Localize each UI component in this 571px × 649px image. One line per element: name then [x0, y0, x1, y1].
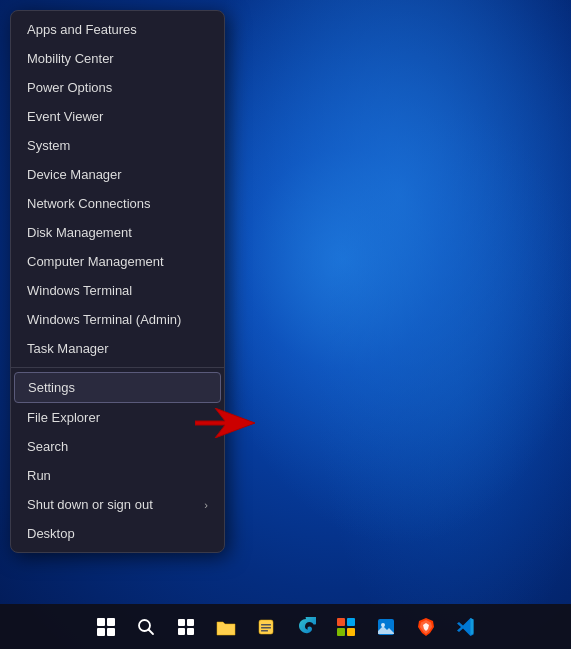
- svg-rect-9: [261, 627, 271, 629]
- menu-item-label: Mobility Center: [27, 51, 114, 66]
- vscode-icon: [456, 617, 476, 637]
- photos-button[interactable]: [368, 609, 404, 645]
- menu-item-task-manager[interactable]: Task Manager: [11, 334, 224, 363]
- menu-item-device-manager[interactable]: Device Manager: [11, 160, 224, 189]
- menu-divider: [11, 367, 224, 368]
- menu-item-label: System: [27, 138, 70, 153]
- submenu-arrow-icon: ›: [204, 499, 208, 511]
- svg-rect-14: [347, 628, 355, 636]
- brave-button[interactable]: [408, 609, 444, 645]
- menu-item-label: Settings: [28, 380, 75, 395]
- vscode-button[interactable]: [448, 609, 484, 645]
- menu-item-event-viewer[interactable]: Event Viewer: [11, 102, 224, 131]
- svg-rect-6: [187, 628, 194, 635]
- brave-icon: [416, 617, 436, 637]
- task-view-button[interactable]: [168, 609, 204, 645]
- menu-item-label: Power Options: [27, 80, 112, 95]
- menu-item-label: Task Manager: [27, 341, 109, 356]
- edge-button[interactable]: [288, 609, 324, 645]
- svg-rect-3: [178, 619, 185, 626]
- menu-item-label: File Explorer: [27, 410, 100, 425]
- file-explorer-button[interactable]: [208, 609, 244, 645]
- svg-line-2: [148, 629, 153, 634]
- svg-rect-10: [261, 630, 268, 632]
- desktop: Apps and FeaturesMobility CenterPower Op…: [0, 0, 571, 649]
- menu-item-label: Disk Management: [27, 225, 132, 240]
- menu-item-label: Search: [27, 439, 68, 454]
- menu-item-label: Event Viewer: [27, 109, 103, 124]
- menu-item-search[interactable]: Search: [11, 432, 224, 461]
- taskbar: [0, 604, 571, 649]
- store-button[interactable]: [328, 609, 364, 645]
- menu-item-windows-terminal-(admin)[interactable]: Windows Terminal (Admin): [11, 305, 224, 334]
- menu-item-label: Desktop: [27, 526, 75, 541]
- menu-item-label: Apps and Features: [27, 22, 137, 37]
- file-manager-button[interactable]: [248, 609, 284, 645]
- menu-item-label: Computer Management: [27, 254, 164, 269]
- menu-item-power-options[interactable]: Power Options: [11, 73, 224, 102]
- svg-rect-4: [187, 619, 194, 626]
- menu-item-label: Run: [27, 468, 51, 483]
- menu-item-label: Shut down or sign out: [27, 497, 153, 512]
- svg-rect-8: [261, 624, 271, 626]
- menu-item-file-explorer[interactable]: File Explorer: [11, 403, 224, 432]
- menu-item-label: Device Manager: [27, 167, 122, 182]
- menu-item-settings[interactable]: Settings: [14, 372, 221, 403]
- windows-logo-icon: [97, 618, 115, 636]
- menu-item-computer-management[interactable]: Computer Management: [11, 247, 224, 276]
- menu-item-label: Network Connections: [27, 196, 151, 211]
- taskbar-search-button[interactable]: [128, 609, 164, 645]
- edge-icon: [296, 617, 316, 637]
- menu-item-shut-down-or-sign-out[interactable]: Shut down or sign out›: [11, 490, 224, 519]
- photos-icon: [376, 617, 396, 637]
- file-manager-icon: [257, 618, 275, 636]
- menu-item-mobility-center[interactable]: Mobility Center: [11, 44, 224, 73]
- menu-item-disk-management[interactable]: Disk Management: [11, 218, 224, 247]
- store-icon: [336, 617, 356, 637]
- menu-item-network-connections[interactable]: Network Connections: [11, 189, 224, 218]
- file-explorer-icon: [216, 618, 236, 636]
- search-icon: [137, 618, 155, 636]
- menu-item-run[interactable]: Run: [11, 461, 224, 490]
- svg-rect-12: [347, 618, 355, 626]
- svg-rect-13: [337, 628, 345, 636]
- svg-rect-11: [337, 618, 345, 626]
- task-view-icon: [177, 618, 195, 636]
- menu-item-apps-and-features[interactable]: Apps and Features: [11, 15, 224, 44]
- menu-item-windows-terminal[interactable]: Windows Terminal: [11, 276, 224, 305]
- menu-item-system[interactable]: System: [11, 131, 224, 160]
- svg-rect-5: [178, 628, 185, 635]
- context-menu: Apps and FeaturesMobility CenterPower Op…: [10, 10, 225, 553]
- start-button[interactable]: [88, 609, 124, 645]
- menu-item-label: Windows Terminal: [27, 283, 132, 298]
- menu-item-label: Windows Terminal (Admin): [27, 312, 181, 327]
- menu-item-desktop[interactable]: Desktop: [11, 519, 224, 548]
